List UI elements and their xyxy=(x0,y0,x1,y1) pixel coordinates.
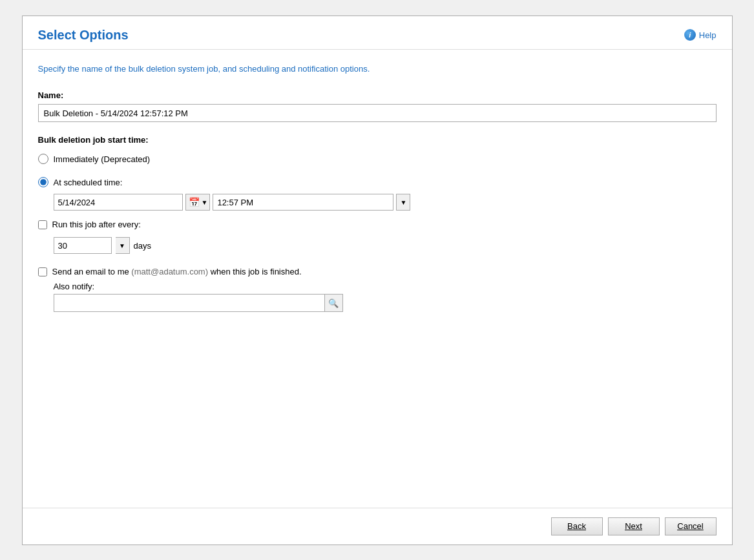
email-label[interactable]: Send an email to me (matt@adatum.com) wh… xyxy=(52,267,302,276)
start-time-section: Bulk deletion job start time: Immediatel… xyxy=(38,135,717,254)
dialog-footer: Back Next Cancel xyxy=(23,508,732,544)
description-text: Specify the name of the bulk deletion sy… xyxy=(38,63,717,76)
at-scheduled-option: At scheduled time: xyxy=(38,177,717,187)
next-label: Next xyxy=(625,521,642,531)
email-section: Send an email to me (matt@adatum.com) wh… xyxy=(38,267,717,312)
email-text-after: when this job is finished. xyxy=(211,267,302,276)
scheduled-date-time-row: 📅 ▼ ▼ xyxy=(54,194,717,211)
start-time-label: Bulk deletion job start time: xyxy=(38,135,717,145)
at-scheduled-label[interactable]: At scheduled time: xyxy=(54,178,123,187)
at-scheduled-radio[interactable] xyxy=(38,177,48,187)
name-field-group: Name: xyxy=(38,90,717,122)
notify-search-button[interactable]: 🔍 xyxy=(325,294,343,312)
select-options-dialog: Select Options i Help Specify the name o… xyxy=(22,16,733,545)
help-label: Help xyxy=(699,30,717,40)
cancel-button[interactable]: Cancel xyxy=(665,517,717,535)
repeat-checkbox[interactable] xyxy=(38,220,47,229)
calendar-icon: 📅 xyxy=(187,197,201,207)
search-icon: 🔍 xyxy=(328,298,339,308)
immediately-radio[interactable] xyxy=(38,154,48,164)
dialog-body: Specify the name of the bulk deletion sy… xyxy=(23,50,732,508)
email-checkbox-row: Send an email to me (matt@adatum.com) wh… xyxy=(38,267,717,276)
cancel-label: Cancel xyxy=(677,521,703,531)
help-icon: i xyxy=(684,29,696,41)
time-dropdown-button[interactable]: ▼ xyxy=(396,194,410,211)
dialog-title: Select Options xyxy=(38,28,129,43)
next-button[interactable]: Next xyxy=(608,517,660,535)
email-checkbox[interactable] xyxy=(38,267,47,276)
name-label: Name: xyxy=(38,90,717,100)
repeat-checkbox-row: Run this job after every: xyxy=(38,220,717,229)
days-dropdown-button[interactable]: ▼ xyxy=(116,237,130,254)
days-input[interactable] xyxy=(54,237,112,254)
notify-input-row: 🔍 xyxy=(54,294,717,312)
back-button[interactable]: Back xyxy=(551,517,603,535)
time-input[interactable] xyxy=(213,194,393,211)
calendar-dropdown-arrow: ▼ xyxy=(201,199,209,206)
help-link[interactable]: i Help xyxy=(684,29,717,41)
back-label: Back xyxy=(567,521,586,531)
repeat-days-row: ▼ days xyxy=(54,237,717,254)
email-text-before: Send an email to me xyxy=(52,267,129,276)
calendar-button[interactable]: 📅 ▼ xyxy=(185,194,211,211)
days-label: days xyxy=(134,241,151,251)
name-input[interactable] xyxy=(38,104,717,122)
email-address: (matt@adatum.com) xyxy=(131,267,210,276)
repeat-label[interactable]: Run this job after every: xyxy=(52,220,141,229)
notify-input[interactable] xyxy=(54,294,325,312)
immediately-option: Immediately (Deprecated) xyxy=(38,154,717,164)
dialog-header: Select Options i Help xyxy=(23,16,732,50)
also-notify-label: Also notify: xyxy=(54,282,717,291)
date-input[interactable] xyxy=(54,194,183,211)
immediately-label[interactable]: Immediately (Deprecated) xyxy=(54,154,151,164)
